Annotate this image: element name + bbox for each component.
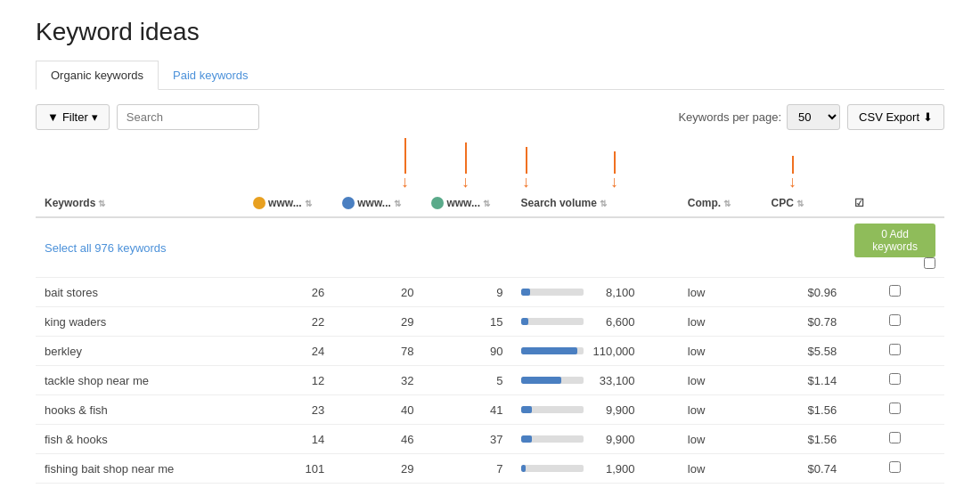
cell-keyword: tackle shop near me	[36, 366, 244, 395]
sort-icon-cpc: ⇅	[796, 199, 804, 208]
keywords-per-page-control: Keywords per page: 50 100 200	[678, 104, 840, 130]
filter-button[interactable]: ▼ Filter ▾	[36, 104, 110, 130]
tab-organic-keywords[interactable]: Organic keywords	[36, 61, 159, 90]
sort-icon-comp: ⇅	[723, 199, 731, 208]
tabs-container: Organic keywords Paid keywords	[36, 61, 944, 90]
vol-number: 110,000	[591, 345, 635, 358]
cell-cpc: $5.58	[763, 337, 846, 366]
table-row: bait stores 26 20 9 8,100 low $0.96	[36, 278, 944, 307]
cell-cpc: $1.14	[763, 366, 846, 395]
cell-checkbox	[845, 395, 944, 425]
cell-comp: low	[679, 454, 763, 484]
cell-search-vol: 6,600	[512, 307, 679, 337]
vol-bar-container	[521, 465, 584, 472]
sort-icon-search-vol: ⇅	[600, 199, 607, 208]
vol-bar	[521, 347, 577, 354]
cell-www3: 7	[422, 454, 511, 484]
cell-cpc: $1.56	[763, 425, 846, 454]
cell-www2: 32	[333, 366, 422, 395]
cell-checkbox	[845, 337, 944, 366]
cell-www3: 6	[422, 484, 511, 489]
row-checkbox[interactable]	[889, 461, 901, 473]
row-checkbox[interactable]	[889, 314, 901, 326]
cell-www2: 40	[333, 395, 422, 425]
arrows-row: ↓ ↓ ↓ ↓ ↓	[36, 141, 944, 190]
th-www3: www... ⇅	[422, 190, 511, 217]
download-icon: ⬇	[923, 110, 933, 124]
vol-bar	[521, 318, 528, 325]
th-www2: www... ⇅	[333, 190, 422, 217]
www3-icon	[431, 197, 444, 209]
toolbar: ▼ Filter ▾ Keywords per page: 50 100 200…	[36, 104, 944, 130]
funnel-icon: ▼	[47, 110, 59, 124]
cell-www1: 14	[244, 425, 333, 454]
vol-number: 6,600	[591, 315, 635, 329]
csv-export-label: CSV Export	[859, 110, 919, 124]
row-checkbox[interactable]	[889, 403, 901, 414]
vol-bar-container	[521, 435, 584, 443]
cell-comp: low	[679, 307, 763, 337]
vol-bar-container	[521, 377, 584, 384]
cell-keyword: fishing bait shop near me	[36, 454, 244, 484]
vol-number: 33,100	[591, 374, 635, 387]
sort-icon-www1: ⇅	[305, 199, 312, 208]
cell-comp: low	[679, 425, 763, 454]
cell-www2: 29	[333, 307, 422, 337]
cell-search-vol: 9,900	[512, 395, 679, 425]
vol-bar-container	[521, 406, 584, 413]
cell-www2: 46	[333, 425, 422, 454]
cell-checkbox	[845, 454, 944, 484]
cell-comp: low	[679, 395, 763, 425]
cell-search-vol: 9,900	[512, 425, 679, 454]
cell-keyword: tackle store near me	[36, 484, 244, 489]
www1-icon	[253, 197, 265, 209]
table-row: fish & hooks 14 46 37 9,900 low $1.56	[36, 425, 944, 454]
th-keywords: Keywords ⇅	[36, 190, 244, 217]
table-row: king waders 22 29 15 6,600 low $0.78	[36, 307, 944, 337]
cell-checkbox	[845, 366, 944, 395]
filter-label: Filter	[62, 110, 88, 124]
cell-checkbox	[845, 307, 944, 337]
cell-checkbox	[845, 425, 944, 454]
tab-paid-keywords[interactable]: Paid keywords	[159, 61, 263, 89]
row-checkbox[interactable]	[889, 432, 901, 443]
cell-keyword: king waders	[36, 307, 244, 337]
per-page-select[interactable]: 50 100 200	[787, 104, 840, 130]
table-row: tackle store near me 14 93 6 5,400 low $…	[36, 484, 944, 489]
add-keywords-button[interactable]: 0 Add keywords	[854, 224, 935, 257]
select-all-checkbox[interactable]	[924, 257, 935, 269]
vol-bar	[521, 377, 562, 384]
sort-icon-keywords: ⇅	[98, 199, 105, 208]
cell-www3: 15	[422, 307, 511, 337]
csv-export-button[interactable]: CSV Export ⬇	[847, 104, 944, 130]
cell-www2: 29	[333, 454, 422, 484]
cell-cpc: $1.19	[763, 484, 846, 489]
search-input[interactable]	[117, 104, 259, 130]
vol-bar	[521, 435, 533, 443]
cell-www1: 12	[244, 366, 333, 395]
cell-www1: 101	[244, 454, 333, 484]
cell-search-vol: 5,400	[512, 484, 679, 489]
select-all-link[interactable]: Select all 976 keywords	[45, 241, 167, 255]
th-search-volume: Search volume ⇅	[512, 190, 679, 217]
table-row: hooks & fish 23 40 41 9,900 low $1.56	[36, 395, 944, 425]
th-comp: Comp. ⇅	[679, 190, 763, 217]
cell-search-vol: 1,900	[512, 454, 679, 484]
row-checkbox[interactable]	[889, 344, 901, 355]
cell-www1: 24	[244, 337, 333, 366]
cell-www1: 14	[244, 484, 333, 489]
keywords-per-page-label: Keywords per page:	[678, 110, 781, 124]
vol-bar-container	[521, 289, 584, 296]
cell-comp: low	[679, 278, 763, 307]
cell-www1: 22	[244, 307, 333, 337]
cell-search-vol: 8,100	[512, 278, 679, 307]
th-checkbox: ☑	[845, 190, 944, 217]
chevron-down-icon: ▾	[92, 110, 98, 124]
th-cpc: CPC ⇅	[763, 190, 846, 217]
cell-www3: 41	[422, 395, 511, 425]
row-checkbox[interactable]	[889, 373, 901, 385]
keywords-table: Keywords ⇅ www... ⇅ www... ⇅	[36, 190, 944, 488]
cell-checkbox	[845, 278, 944, 307]
cell-cpc: $0.78	[763, 307, 846, 337]
row-checkbox[interactable]	[889, 285, 901, 297]
